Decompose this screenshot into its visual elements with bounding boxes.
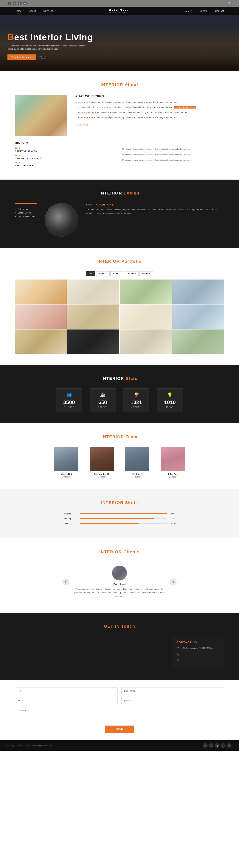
team-photo-heather [125, 447, 149, 471]
portfolio-section-title: INTERIOR Portfolio [15, 259, 224, 264]
phone-input[interactable] [122, 697, 224, 704]
email-input[interactable] [15, 697, 117, 704]
twitter-icon-top[interactable]: t [13, 1, 17, 5]
what-we-design-title: WHAT WE DESIGN [75, 95, 196, 98]
coffee-label: COFFEE [96, 406, 110, 408]
skill-label-1: Meeting [63, 518, 78, 520]
nav-gallery[interactable]: Gallery [184, 7, 192, 15]
message-textarea[interactable] [15, 707, 224, 722]
portfolio-item-8[interactable] [172, 305, 224, 329]
filter-2[interactable]: Interior 2 [110, 271, 124, 276]
skill-bar-2 [80, 523, 138, 524]
history-desc-0: Ut enim ad minima veniam, quis nostrud e… [122, 148, 224, 151]
footer-linkedin-icon[interactable]: in [221, 743, 225, 748]
linkedin-icon-top[interactable]: in [23, 1, 27, 5]
filter-1[interactable]: Interior 1 [96, 271, 110, 276]
skill-pct-2: 67% [169, 522, 176, 525]
team-name-2: Heather H [122, 473, 152, 475]
contact-info-box: CONTACT US 📍 123 Business Ave, NL 10002 … [172, 636, 224, 669]
first-name-input[interactable] [15, 687, 117, 694]
history-grid: 2014 - CREATIVE SPACES 2016 - NEW WAY & … [15, 147, 224, 168]
last-name-input[interactable] [122, 687, 224, 694]
portfolio-item-7[interactable] [120, 305, 171, 329]
footer-pinterest-icon[interactable]: p [227, 743, 232, 748]
prev-arrow[interactable]: ❮ [62, 579, 69, 585]
history-desc-2: Ut enim ad minima veniam, quis nostrud e… [122, 159, 224, 161]
about-para-4: Lorem sit amet, consectetuer adipiscing … [75, 116, 196, 120]
team-member-3: John Doe Designer [158, 447, 188, 478]
submit-button[interactable]: SEND [105, 725, 134, 733]
portfolio-item-12[interactable] [172, 330, 224, 354]
team-photo-christopher [90, 447, 114, 471]
history-item-1: 2016 - NEW WAY & SIMPLICITY [15, 154, 117, 159]
about-para-1: Lorem sit amet, consectetuer adipiscing … [75, 100, 196, 104]
next-arrow[interactable]: ❯ [170, 579, 177, 585]
nav-services[interactable]: Services [43, 7, 53, 15]
portfolio-item-1[interactable] [15, 280, 67, 304]
nav-about[interactable]: About [29, 7, 36, 15]
stat-awards: 🏆 1021 AWARDS [123, 389, 149, 412]
facebook-icon-top[interactable]: f [7, 1, 11, 5]
portfolio-filters: ALL Interior 1 Interior 2 Interior 3 Int… [15, 271, 224, 276]
read-more-link[interactable]: READ MORE [75, 123, 91, 127]
design-section: INTERIOR Design Bathrooms Classic Series… [0, 180, 239, 248]
nav-contact[interactable]: Contact [215, 7, 224, 15]
client-testimonial: Drew Lorri Aenean commodo ligula eget do… [73, 565, 166, 598]
phone-icon: 📞 [177, 653, 180, 656]
contact-address: 123 Business Ave, NL 10002 USA [182, 647, 212, 649]
portfolio-item-5[interactable] [15, 305, 67, 329]
skill-bar-bg-0 [80, 513, 167, 514]
hero-title-rest: est Interior Living [14, 32, 93, 42]
team-photo-john [161, 447, 185, 471]
design-section-title: INTERIOR Design [15, 191, 224, 195]
footer-twitter-icon[interactable]: t [209, 743, 214, 748]
underlined-text: Lorem ipsum dolor sit amet [75, 111, 100, 114]
team-member-0: Morris Doi Animator [51, 447, 81, 478]
portfolio-item-9[interactable] [15, 330, 67, 354]
filter-4[interactable]: Interior 4 [139, 271, 153, 276]
skill-row-2: Deals 67% [63, 522, 176, 525]
filter-all[interactable]: ALL [86, 271, 95, 276]
google-icon-top[interactable]: g [18, 1, 22, 5]
contact-section-title: GET IN Touch [15, 624, 224, 629]
form-section: SEND [0, 680, 239, 740]
design-list-item-1: Classic Series [15, 211, 35, 215]
portfolio-item-6[interactable] [68, 305, 119, 329]
clients-carousel: ❮ Drew Lorri Aenean commodo ligula eget … [15, 562, 224, 601]
nav-home[interactable]: Home [15, 7, 22, 15]
coffee-number: 650 [96, 399, 110, 405]
design-text: SOFT FURNITURE Lorem sit amet, consectet… [86, 203, 224, 215]
stat-coffee: ☕ 650 COFFEE [90, 389, 116, 412]
awards-label: AWARDS [129, 406, 143, 408]
portfolio-item-2[interactable] [68, 280, 119, 304]
footer-google-icon[interactable]: g [215, 743, 219, 748]
portfolio-item-10[interactable] [68, 330, 119, 354]
history-section: HISTORY 2014 - CREATIVE SPACES 2016 - NE… [15, 141, 224, 168]
portfolio-item-11[interactable] [120, 330, 171, 354]
portfolio-item-3[interactable] [120, 280, 171, 304]
hero-button[interactable]: Premium Furniture [7, 55, 36, 60]
about-para-3: Lorem ipsum dolor sit amet Lorem ipsum d… [75, 111, 196, 115]
skill-label-0: Projects [63, 513, 78, 515]
client-name: Drew Lorri [73, 583, 166, 586]
about-text: WHAT WE DESIGN Lorem sit amet, consectet… [75, 95, 196, 127]
contact-phone-row: 📞 + [177, 653, 219, 656]
ideas-number: 1010 [163, 399, 177, 405]
nav-clients[interactable]: Clients [200, 7, 208, 15]
footer-facebook-icon[interactable]: f [203, 743, 208, 748]
hero-section: Best Interior Living Duis autem vel eum … [0, 15, 239, 71]
history-items-left: 2014 - CREATIVE SPACES 2016 - NEW WAY & … [15, 147, 117, 168]
skill-label-2: Deals [63, 522, 78, 525]
form-row-contact [15, 697, 224, 704]
client-avatar [112, 565, 127, 581]
team-section-title: INTERIOR Team [15, 434, 224, 439]
skill-pct-1: 85% [169, 518, 176, 520]
filter-3[interactable]: Interior 3 [125, 271, 138, 276]
search-icon[interactable]: 🔍 [228, 2, 232, 5]
portfolio-item-4[interactable] [172, 280, 224, 304]
team-role-3: Designer [158, 476, 188, 478]
stats-grid: 👥 3500 CLIENTS ☕ 650 COFFEE 🏆 1021 AWARD… [15, 389, 224, 412]
about-grid: WHAT WE DESIGN Lorem sit amet, consectet… [15, 95, 224, 136]
skill-pct-0: 100% [169, 513, 176, 515]
history-item-0: 2014 - CREATIVE SPACES [15, 147, 117, 152]
